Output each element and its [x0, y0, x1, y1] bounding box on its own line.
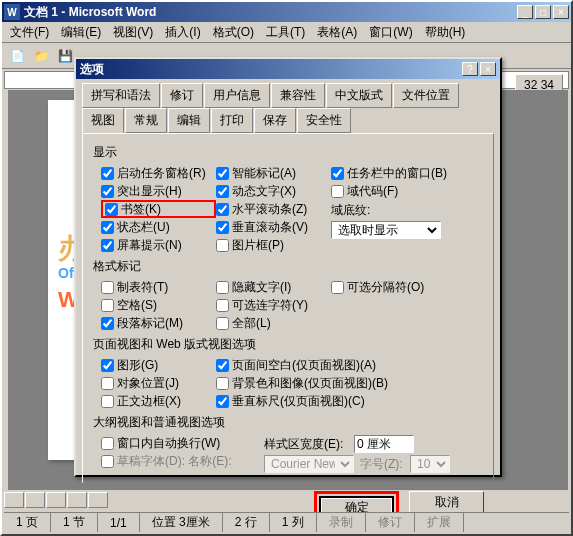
section-page: 页面视图和 Web 版式视图选项: [93, 336, 483, 353]
status-page: 1 页: [4, 513, 51, 532]
close-button[interactable]: ×: [553, 5, 569, 19]
chk-para[interactable]: [101, 317, 114, 330]
chk-wrap[interactable]: [101, 437, 114, 450]
tab-asian[interactable]: 中文版式: [326, 83, 392, 108]
window-title: 文档 1 - Microsoft Word: [24, 4, 517, 21]
tab-general[interactable]: 常规: [125, 108, 167, 133]
options-dialog: 选项 ? × 拼写和语法 修订 用户信息 兼容性 中文版式 文件位置 视图 常规…: [74, 57, 502, 477]
statusbar: 1 页 1 节 1/1 位置 3厘米 2 行 1 列 录制 修订 扩展: [4, 512, 569, 532]
chk-taskwin[interactable]: [331, 167, 344, 180]
menu-tools[interactable]: 工具(T): [260, 22, 311, 43]
dialog-titlebar: 选项 ? ×: [76, 59, 500, 79]
menu-help[interactable]: 帮助(H): [419, 22, 472, 43]
dialog-close-button[interactable]: ×: [480, 62, 496, 76]
menu-insert[interactable]: 插入(I): [159, 22, 206, 43]
select-font: Courier New: [264, 455, 354, 473]
status-rec: 录制: [317, 513, 366, 532]
select-shade[interactable]: 选取时显示: [331, 221, 441, 239]
lbl-shade: 域底纹:: [331, 202, 421, 219]
view-buttons: [4, 492, 109, 510]
chk-bound[interactable]: [101, 395, 114, 408]
dialog-tabs: 拼写和语法 修订 用户信息 兼容性 中文版式 文件位置 视图 常规 编辑 打印 …: [76, 79, 500, 133]
chk-bookmark[interactable]: [105, 203, 118, 216]
chk-hscroll[interactable]: [216, 203, 229, 216]
lbl-size: 字号(Z):: [360, 456, 410, 473]
section-fmt: 格式标记: [93, 258, 483, 275]
view-reading-icon[interactable]: [88, 492, 108, 508]
chk-vscroll[interactable]: [216, 221, 229, 234]
chk-anchor[interactable]: [101, 377, 114, 390]
menu-format[interactable]: 格式(O): [207, 22, 260, 43]
chk-tooltip[interactable]: [101, 239, 114, 252]
chk-picph[interactable]: [216, 239, 229, 252]
chk-hidden[interactable]: [216, 281, 229, 294]
chk-optbreak[interactable]: [331, 281, 344, 294]
dialog-panel: 显示 启动任务窗格(R) 突出显示(H) 书签(K) 状态栏(U) 屏幕提示(N…: [82, 133, 494, 483]
titlebar: W 文档 1 - Microsoft Word _ □ ×: [2, 2, 571, 22]
section-display: 显示: [93, 144, 483, 161]
section-outline: 大纲视图和普通视图选项: [93, 414, 483, 431]
dialog-help-button[interactable]: ?: [462, 62, 478, 76]
tab-revisions[interactable]: 修订: [161, 83, 203, 108]
menu-edit[interactable]: 编辑(E): [55, 22, 107, 43]
tab-filelocation[interactable]: 文件位置: [393, 83, 459, 108]
view-web-icon[interactable]: [25, 492, 45, 508]
chk-draft[interactable]: [101, 455, 114, 468]
dialog-title: 选项: [80, 61, 462, 78]
cancel-button[interactable]: 取消: [409, 491, 484, 514]
chk-white[interactable]: [216, 359, 229, 372]
view-normal-icon[interactable]: [4, 492, 24, 508]
chk-draw[interactable]: [101, 359, 114, 372]
maximize-button[interactable]: □: [535, 5, 551, 19]
select-size: 10: [410, 455, 450, 473]
status-col: 1 列: [270, 513, 317, 532]
menu-file[interactable]: 文件(F): [4, 22, 55, 43]
status-pages: 1/1: [98, 513, 140, 532]
word-window: W 文档 1 - Microsoft Word _ □ × 文件(F) 编辑(E…: [0, 0, 573, 536]
chk-fieldcode[interactable]: [331, 185, 344, 198]
status-rev: 修订: [366, 513, 415, 532]
tab-view[interactable]: 视图: [82, 108, 124, 133]
chk-all[interactable]: [216, 317, 229, 330]
chk-startup[interactable]: [101, 167, 114, 180]
view-print-icon[interactable]: [46, 492, 66, 508]
chk-tab[interactable]: [101, 281, 114, 294]
tab-compat[interactable]: 兼容性: [271, 83, 325, 108]
minimize-button[interactable]: _: [517, 5, 533, 19]
menu-view[interactable]: 视图(V): [107, 22, 159, 43]
highlight-bookmark: 书签(K): [101, 200, 216, 218]
lbl-stylew: 样式区宽度(E):: [264, 436, 354, 453]
chk-statusbar[interactable]: [101, 221, 114, 234]
status-line: 2 行: [223, 513, 270, 532]
chk-anim[interactable]: [216, 185, 229, 198]
chk-space[interactable]: [101, 299, 114, 312]
chk-bgcolor[interactable]: [216, 377, 229, 390]
menu-table[interactable]: 表格(A): [311, 22, 363, 43]
tab-edit[interactable]: 编辑: [168, 108, 210, 133]
tab-security[interactable]: 安全性: [297, 108, 351, 133]
tab-save[interactable]: 保存: [254, 108, 296, 133]
status-pos: 位置 3厘米: [140, 513, 223, 532]
chk-smart[interactable]: [216, 167, 229, 180]
tab-spelling[interactable]: 拼写和语法: [82, 83, 160, 108]
menubar: 文件(F) 编辑(E) 视图(V) 插入(I) 格式(O) 工具(T) 表格(A…: [2, 22, 571, 43]
status-ext: 扩展: [415, 513, 464, 532]
chk-vruler[interactable]: [216, 395, 229, 408]
menu-window[interactable]: 窗口(W): [363, 22, 418, 43]
view-outline-icon[interactable]: [67, 492, 87, 508]
input-stylew[interactable]: [354, 435, 414, 453]
tab-print[interactable]: 打印: [211, 108, 253, 133]
open-icon[interactable]: 📁: [30, 45, 52, 67]
status-section: 1 节: [51, 513, 98, 532]
chk-highlight[interactable]: [101, 185, 114, 198]
chk-hyphen[interactable]: [216, 299, 229, 312]
word-icon: W: [4, 4, 20, 20]
save-icon[interactable]: 💾: [54, 45, 76, 67]
tab-userinfo[interactable]: 用户信息: [204, 83, 270, 108]
new-icon[interactable]: 📄: [6, 45, 28, 67]
